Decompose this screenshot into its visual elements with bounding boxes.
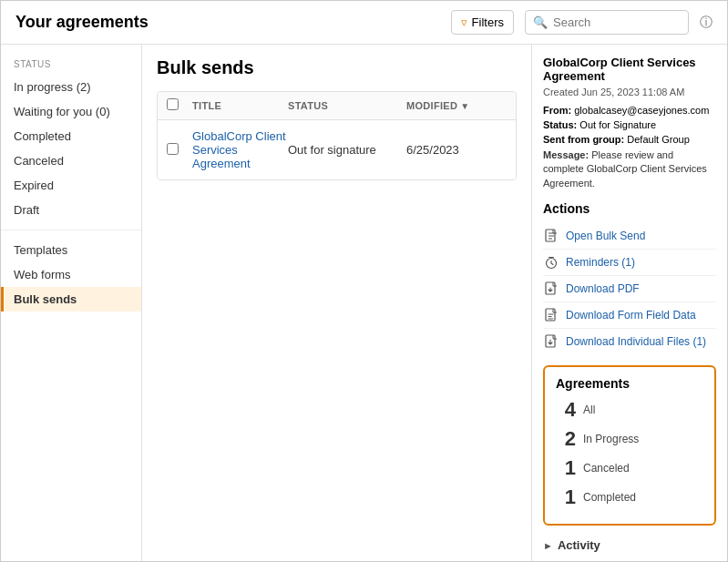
- activity-section[interactable]: ► Activity: [543, 535, 716, 556]
- row-check: [167, 143, 192, 158]
- stat-all-num: 4: [556, 398, 576, 422]
- doc-icon: [543, 228, 559, 244]
- info-icon[interactable]: ⓘ: [700, 15, 713, 31]
- sidebar-item-completed[interactable]: Completed: [1, 124, 141, 148]
- sidebar-item-templates[interactable]: Templates: [1, 238, 141, 262]
- pdf-icon: [543, 281, 559, 297]
- filter-icon: ▿: [461, 15, 467, 29]
- header-check: [167, 98, 192, 113]
- agreement-stat-completed: 1 Completed: [556, 485, 703, 509]
- row-status: Out for signature: [288, 143, 406, 157]
- status-section-label: STATUS: [1, 56, 141, 75]
- sidebar-item-in-progress[interactable]: In progress (2): [1, 75, 141, 99]
- agreements-table: TITLE STATUS MODIFIED ▼ GlobalCorp Clien…: [157, 91, 517, 180]
- stat-completed-num: 1: [556, 485, 576, 509]
- row-title[interactable]: GlobalCorp Client Services Agreement: [192, 129, 288, 170]
- row-modified: 6/25/2023: [406, 143, 507, 157]
- sidebar-item-web-forms[interactable]: Web forms: [1, 262, 141, 287]
- sidebar-item-canceled[interactable]: Canceled: [1, 148, 141, 173]
- action-download-pdf[interactable]: Download PDF: [543, 276, 716, 302]
- app-container: Your agreements ▿ Filters 🔍 ⓘ STATUS In …: [0, 0, 728, 562]
- row-checkbox[interactable]: [167, 143, 179, 155]
- main-content: STATUS In progress (2) Waiting for you (…: [1, 45, 727, 561]
- action-reminders[interactable]: Reminders (1): [543, 250, 716, 276]
- col-title-header: TITLE: [192, 100, 288, 111]
- sidebar: STATUS In progress (2) Waiting for you (…: [1, 45, 142, 561]
- action-open-bulk[interactable]: Open Bulk Send: [543, 223, 716, 250]
- filter-button[interactable]: ▿ Filters: [451, 10, 514, 35]
- right-panel-title: GlobalCorp Client Services Agreement: [543, 56, 716, 83]
- sidebar-item-waiting[interactable]: Waiting for you (0): [1, 99, 141, 124]
- actions-title: Actions: [543, 201, 716, 216]
- col-modified-header: MODIFIED ▼: [406, 100, 507, 111]
- sidebar-item-draft[interactable]: Draft: [1, 198, 141, 222]
- search-icon: 🔍: [533, 15, 548, 29]
- sidebar-item-bulk-sends[interactable]: Bulk sends: [1, 287, 141, 312]
- sidebar-item-expired[interactable]: Expired: [1, 173, 141, 198]
- chevron-right-icon: ►: [543, 540, 553, 551]
- right-panel-group: Sent from group: Default Group: [543, 134, 716, 145]
- content-area: Bulk sends TITLE STATUS MODIFIED ▼: [142, 45, 531, 561]
- stat-in-progress-label: In Progress: [583, 433, 639, 445]
- action-download-form[interactable]: Download Form Field Data: [543, 302, 716, 329]
- action-download-individual[interactable]: Download Individual Files (1): [543, 329, 716, 354]
- table-header: TITLE STATUS MODIFIED ▼: [158, 92, 516, 120]
- right-panel: GlobalCorp Client Services Agreement Cre…: [531, 45, 727, 561]
- stat-canceled-num: 1: [556, 456, 576, 480]
- stat-completed-label: Completed: [583, 491, 636, 504]
- actions-section: Actions Open Bulk Send Reminders (1): [543, 201, 716, 354]
- clock-icon: [543, 254, 559, 271]
- right-panel-message: Message: Please review and complete Glob…: [543, 148, 716, 190]
- page-title: Your agreements: [15, 13, 440, 32]
- search-input[interactable]: [553, 15, 681, 29]
- select-all-checkbox[interactable]: [167, 98, 179, 110]
- stat-in-progress-num: 2: [556, 427, 576, 451]
- right-panel-created: Created Jun 25, 2023 11:08 AM: [543, 87, 716, 97]
- content-title: Bulk sends: [157, 57, 517, 78]
- right-panel-from: From: globalcasey@caseyjones.com: [543, 105, 716, 116]
- agreements-box-title: Agreements: [556, 376, 703, 391]
- sort-icon: ▼: [460, 101, 469, 111]
- right-panel-status: Status: Out for Signature: [543, 119, 716, 130]
- file-icon: [543, 333, 559, 350]
- top-bar: Your agreements ▿ Filters 🔍 ⓘ: [1, 1, 727, 45]
- col-status-header: STATUS: [288, 100, 406, 111]
- search-box: 🔍: [525, 10, 689, 35]
- agreement-stat-all: 4 All: [556, 398, 703, 422]
- form-icon: [543, 307, 559, 323]
- sidebar-divider: [1, 230, 141, 230]
- agreement-stat-canceled: 1 Canceled: [556, 456, 703, 480]
- agreements-box: Agreements 4 All 2 In Progress 1 Cancele…: [543, 365, 716, 526]
- stat-canceled-label: Canceled: [583, 462, 630, 475]
- stat-all-label: All: [583, 404, 595, 416]
- agreement-stat-in-progress: 2 In Progress: [556, 427, 703, 451]
- table-row: GlobalCorp Client Services Agreement Out…: [158, 120, 516, 179]
